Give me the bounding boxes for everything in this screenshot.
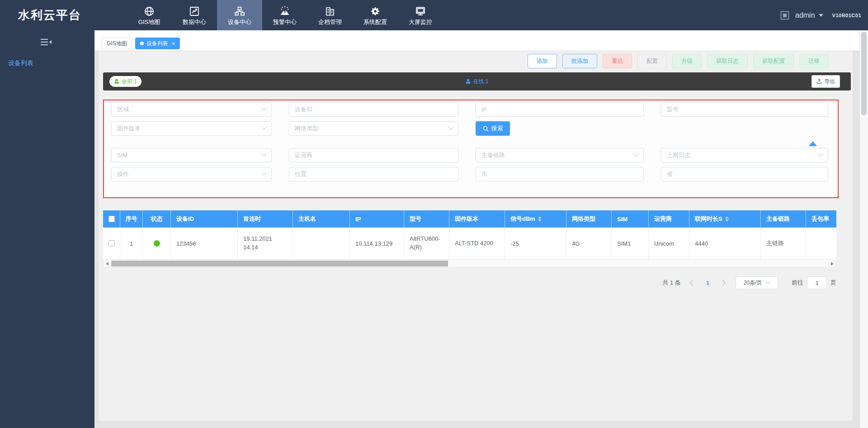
link-select[interactable]: 主备链路 — [476, 148, 644, 162]
gear-icon — [369, 5, 381, 17]
sidebar-collapse-icon[interactable] — [40, 38, 52, 47]
sort-icon[interactable] — [725, 216, 729, 222]
cell-seq: 1 — [120, 228, 143, 260]
col-header-seq: 序号 — [120, 210, 143, 228]
upgrade-button[interactable]: 升级 — [672, 54, 702, 68]
collapse-filters-icon[interactable] — [809, 141, 817, 146]
col-header-model: 型号 — [404, 210, 449, 228]
get-config-button[interactable]: 获取配置 — [753, 54, 794, 68]
cell-link: 主链路 — [761, 228, 806, 260]
filter-all-badge[interactable]: 全部:1 — [109, 76, 142, 87]
tab-gis-map[interactable]: GIS地图 — [102, 38, 132, 49]
cell-device-id: 123456 — [171, 228, 238, 260]
page-size-select[interactable]: 20条/页 — [736, 276, 778, 289]
scroll-right-arrow[interactable] — [829, 260, 836, 267]
chevron-down-icon — [448, 125, 453, 130]
sort-icon[interactable] — [538, 216, 542, 222]
online-status-dot — [154, 240, 160, 247]
user-menu[interactable]: admin — [795, 11, 815, 19]
chevron-down-icon[interactable] — [819, 14, 823, 17]
filter-row-3: SIM 运营商 主备链路 上网日志 — [111, 148, 830, 162]
page-number[interactable]: 1 — [704, 280, 711, 286]
ip-input[interactable]: IP — [476, 102, 644, 117]
batch-add-button[interactable]: 批添加 — [562, 54, 598, 68]
get-logs-button[interactable]: 获取日志 — [707, 54, 748, 68]
row-checkbox[interactable] — [108, 240, 115, 247]
firmware-select[interactable]: 固件版本 — [111, 121, 272, 136]
tab-active-dot — [140, 42, 144, 45]
nav-item-screen-monitor[interactable]: 大屏监控 — [398, 0, 443, 30]
model-input[interactable]: 型号 — [661, 102, 828, 117]
col-header-status: 状态 — [143, 210, 171, 228]
pagination: 共 1 条 1 20条/页 前往 1 页 — [99, 276, 853, 289]
filter-row-2: 固件版本 网络类型 搜索 — [111, 121, 830, 136]
net-log-select[interactable]: 上网日志 — [661, 148, 828, 162]
cell-signal: -25 — [505, 228, 566, 260]
avatar-icon[interactable] — [780, 11, 789, 20]
vertical-scrollbar[interactable] — [859, 30, 868, 428]
chevron-down-icon — [261, 171, 266, 176]
action-toolbar: 添加 批添加 重启 配置 升级 获取日志 获取配置 迁移 — [99, 51, 853, 68]
network-type-select[interactable]: 网络类型 — [289, 121, 458, 136]
col-header-packet-loss: 丢包率 — [806, 210, 836, 228]
cell-hostname — [293, 228, 350, 260]
add-button[interactable]: 添加 — [528, 54, 557, 68]
col-header-duration[interactable]: 联网时长S — [689, 210, 761, 228]
prev-page-button[interactable] — [690, 280, 696, 286]
table-row[interactable]: 1 123456 19.11.2021 14:14 10.114.13.129 … — [103, 228, 836, 260]
data-chart-icon — [189, 5, 200, 17]
col-header-network: 网络类型 — [566, 210, 612, 228]
scrollbar-thumb[interactable] — [861, 32, 867, 115]
goto-page-input[interactable]: 1 — [807, 276, 827, 289]
nav-item-archive-mgmt[interactable]: 企档管理 — [307, 0, 353, 30]
scrollbar-thumb[interactable] — [111, 261, 448, 266]
app-title: 水利云平台 — [0, 7, 94, 23]
upload-icon — [816, 79, 822, 84]
col-header-signal[interactable]: 信号dBm — [505, 210, 566, 228]
sidebar-item-device-list[interactable]: 设备列表 — [0, 56, 94, 71]
device-network-icon — [234, 5, 245, 17]
scroll-left-arrow[interactable] — [104, 260, 111, 267]
next-page-button[interactable] — [719, 280, 726, 286]
table-header-row: 序号 状态 设备ID 首连时 主机名 IP 型号 固件版本 信号dBm 网络类型… — [103, 210, 836, 228]
device-id-input[interactable]: 设备ID — [289, 102, 458, 117]
goto-page: 前往 1 页 — [792, 276, 836, 289]
close-icon[interactable]: × — [172, 41, 175, 47]
monitor-icon — [415, 5, 426, 17]
nav-item-system-config[interactable]: 系统配置 — [353, 0, 398, 30]
configure-button[interactable]: 配置 — [637, 54, 667, 68]
search-icon — [483, 126, 489, 132]
horizontal-scrollbar[interactable] — [103, 260, 836, 267]
carrier-input[interactable]: 运营商 — [289, 148, 458, 162]
chevron-down-icon — [261, 152, 266, 157]
cell-status — [143, 228, 171, 260]
nav-item-gis-map[interactable]: GIS地图 — [127, 0, 172, 30]
restart-button[interactable]: 重启 — [603, 54, 632, 68]
col-header-device-id: 设备ID — [171, 210, 238, 228]
globe-icon — [143, 5, 155, 17]
search-button[interactable]: 搜索 — [476, 121, 510, 136]
sim-select[interactable]: SIM — [111, 148, 272, 162]
navbar-right: admin V10R01C01 — [780, 11, 868, 20]
export-button[interactable]: 导出 — [811, 75, 840, 88]
city-input[interactable]: 市 — [476, 167, 644, 181]
migrate-button[interactable]: 迁移 — [799, 54, 829, 68]
chevron-down-icon — [766, 279, 771, 284]
cell-sim: SIM1 — [612, 228, 649, 260]
filter-row-1: 区域 设备ID IP 型号 — [111, 102, 830, 117]
location-input[interactable]: 位置 — [289, 167, 458, 181]
col-header-hostname: 主机名 — [293, 210, 350, 228]
province-input[interactable]: 省 — [661, 167, 828, 181]
chevron-down-icon — [261, 106, 266, 111]
cell-carrier: Unicom — [649, 228, 689, 260]
nav-item-alert-center[interactable]: 预警中心 — [262, 0, 307, 30]
filter-online-badge[interactable]: 在线:1 — [465, 78, 488, 86]
select-all-checkbox[interactable] — [108, 216, 115, 222]
cell-network: 4G — [566, 228, 612, 260]
nav-item-data-center[interactable]: 数据中心 — [172, 0, 217, 30]
device-icon — [114, 79, 119, 84]
operation-select[interactable]: 操作 — [111, 167, 272, 181]
region-select[interactable]: 区域 — [111, 102, 272, 117]
tab-device-list[interactable]: 设备列表 × — [135, 38, 180, 49]
nav-item-device-center[interactable]: 设备中心 — [217, 0, 262, 30]
